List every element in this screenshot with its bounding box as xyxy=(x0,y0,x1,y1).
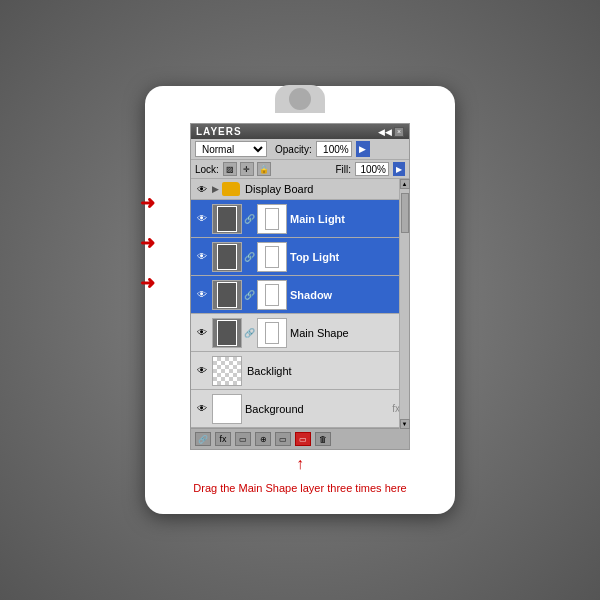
layers-list: ▶ Display Board 🔗 xyxy=(191,179,409,429)
thumb-container-backlight xyxy=(212,356,244,386)
arrow-3 xyxy=(140,275,164,291)
layer-name-main-shape: Main Shape xyxy=(290,327,405,339)
layer-thumb-main-light xyxy=(212,204,242,234)
lock-all-icon[interactable]: 🔒 xyxy=(257,162,271,176)
layer-thumb-backlight xyxy=(212,356,242,386)
group-name: Display Board xyxy=(245,183,405,195)
collapse-icon[interactable]: ◀◀ xyxy=(378,127,392,137)
layer-row-shadow[interactable]: 🔗 Shadow xyxy=(191,276,409,314)
layer-row-main-light[interactable]: 🔗 Main Light xyxy=(191,200,409,238)
display-thumb-ms xyxy=(217,320,237,346)
fx-footer-icon[interactable]: fx xyxy=(215,432,231,446)
folder-icon xyxy=(222,182,240,196)
opacity-input[interactable] xyxy=(316,141,352,157)
expand-arrow[interactable]: ▶ xyxy=(212,184,219,194)
arrow-2 xyxy=(140,235,164,251)
opacity-arrow-btn[interactable]: ▶ xyxy=(356,141,370,157)
fill-label: Fill: xyxy=(335,164,351,175)
mask-thumb-main-shape xyxy=(257,318,287,348)
panel-title: LAYERS xyxy=(196,126,242,137)
layer-thumb-shadow xyxy=(212,280,242,310)
display-thumb-shadow xyxy=(217,282,237,308)
chain-icon-main-shape: 🔗 xyxy=(244,328,255,338)
chain-icon-shadow: 🔗 xyxy=(244,290,255,300)
thumb-container-background xyxy=(212,394,242,424)
layer-name-backlight: Backlight xyxy=(247,365,405,377)
layer-thumb-background xyxy=(212,394,242,424)
mask-footer-icon[interactable]: ⊕ xyxy=(255,432,271,446)
eye-icon-shadow[interactable] xyxy=(195,288,209,302)
card: LAYERS ◀◀ × Normal Multiply Screen Opaci… xyxy=(145,86,455,514)
scrollbar[interactable]: ▲ ▼ xyxy=(399,179,409,429)
layer-name-top-light: Top Light xyxy=(290,251,405,263)
opacity-label: Opacity: xyxy=(275,144,312,155)
adjustment-footer-icon[interactable]: ▭ xyxy=(235,432,251,446)
fill-input[interactable] xyxy=(355,162,389,176)
mask-thumb-shadow xyxy=(257,280,287,310)
panel-titlebar: LAYERS ◀◀ × xyxy=(191,124,409,139)
panel-titlebar-icons: ◀◀ × xyxy=(378,127,404,137)
scroll-down-btn[interactable]: ▼ xyxy=(400,419,410,429)
lock-pixels-icon[interactable]: ▨ xyxy=(223,162,237,176)
lock-row: Lock: ▨ ✛ 🔒 Fill: ▶ xyxy=(191,160,409,179)
mask-thumb-main-light xyxy=(257,204,287,234)
chain-icon-main-light: 🔗 xyxy=(244,214,255,224)
delete-footer-icon[interactable]: 🗑 xyxy=(315,432,331,446)
layers-list-wrapper: ▶ Display Board 🔗 xyxy=(191,179,409,429)
blend-mode-select[interactable]: Normal Multiply Screen xyxy=(195,141,267,157)
scroll-thumb[interactable] xyxy=(401,193,409,233)
layer-row-backlight[interactable]: Backlight xyxy=(191,352,409,390)
new-layer-footer-icon[interactable]: ▭ xyxy=(295,432,311,446)
hanger xyxy=(275,85,325,113)
layer-row-top-light[interactable]: 🔗 Top Light xyxy=(191,238,409,276)
panel-footer: 🔗 fx ▭ ⊕ ▭ ▭ 🗑 xyxy=(191,429,409,449)
eye-icon-group[interactable] xyxy=(195,182,209,196)
lock-icons: ▨ ✛ 🔒 xyxy=(223,162,271,176)
caption-text: Drag the Main Shape layer three times he… xyxy=(170,482,430,494)
scroll-up-btn[interactable]: ▲ xyxy=(400,179,410,189)
thumb-container-top-light: 🔗 xyxy=(212,242,287,272)
opacity-row: Normal Multiply Screen Opacity: ▶ xyxy=(191,139,409,160)
chain-icon-top-light: 🔗 xyxy=(244,252,255,262)
layer-row-background[interactable]: Background fx▾ xyxy=(191,390,409,428)
display-thumb xyxy=(217,206,237,232)
link-footer-icon[interactable]: 🔗 xyxy=(195,432,211,446)
eye-icon-main-shape[interactable] xyxy=(195,326,209,340)
lock-move-icon[interactable]: ✛ xyxy=(240,162,254,176)
eye-icon-top-light[interactable] xyxy=(195,250,209,264)
panel-wrapper: LAYERS ◀◀ × Normal Multiply Screen Opaci… xyxy=(170,123,430,494)
eye-icon-main-light[interactable] xyxy=(195,212,209,226)
layer-row-main-shape[interactable]: 🔗 Main Shape xyxy=(191,314,409,352)
display-thumb-top xyxy=(217,244,237,270)
thumb-container-main-shape: 🔗 xyxy=(212,318,287,348)
fill-arrow-btn[interactable]: ▶ xyxy=(393,162,405,176)
layer-thumb-top-light xyxy=(212,242,242,272)
eye-icon-background[interactable] xyxy=(195,402,209,416)
group-footer-icon[interactable]: ▭ xyxy=(275,432,291,446)
layer-name-shadow: Shadow xyxy=(290,289,405,301)
layer-group-display-board[interactable]: ▶ Display Board xyxy=(191,179,409,200)
thumb-container-main-light: 🔗 xyxy=(212,204,287,234)
layers-panel: LAYERS ◀◀ × Normal Multiply Screen Opaci… xyxy=(190,123,410,450)
layer-name-main-light: Main Light xyxy=(290,213,405,225)
lock-label: Lock: xyxy=(195,164,219,175)
layer-thumb-main-shape xyxy=(212,318,242,348)
close-button[interactable]: × xyxy=(394,127,404,137)
eye-icon-backlight[interactable] xyxy=(195,364,209,378)
thumb-container-shadow: 🔗 xyxy=(212,280,287,310)
arrow-1 xyxy=(140,195,164,211)
caption-arrow: ↑ xyxy=(170,456,430,472)
layer-name-background: Background xyxy=(245,403,389,415)
mask-thumb-top-light xyxy=(257,242,287,272)
caption-area: ↑ Drag the Main Shape layer three times … xyxy=(170,456,430,494)
